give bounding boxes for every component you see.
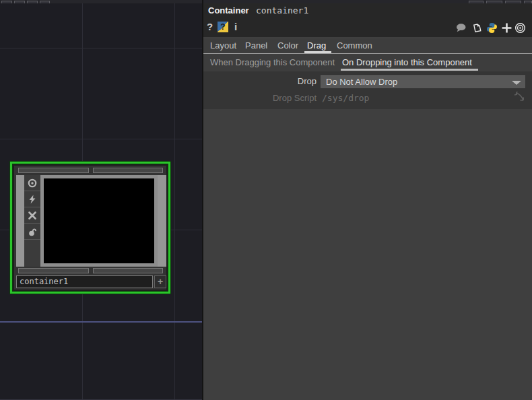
- chevron-down-icon: [512, 81, 521, 85]
- node-top-connector[interactable]: [93, 168, 163, 173]
- comment-icon[interactable]: [455, 22, 467, 34]
- viewer-active-flag-icon[interactable]: [24, 191, 40, 207]
- viewer-flag-icon[interactable]: [24, 175, 40, 191]
- grid-line: [0, 48, 202, 48]
- copy-parameters-icon[interactable]: [471, 22, 483, 34]
- drop-dropdown-value: Do Not Allow Drop: [326, 77, 397, 87]
- node-bottom-connector[interactable]: [18, 268, 89, 273]
- grid-line: [174, 3, 175, 400]
- node-right-strip[interactable]: [158, 175, 166, 267]
- node-name-field[interactable]: container1: [16, 275, 153, 288]
- tab-panel[interactable]: Panel: [245, 40, 267, 51]
- tab-color[interactable]: Color: [277, 40, 298, 51]
- node-container1[interactable]: container1 +: [14, 166, 166, 290]
- parameter-empty-area: [203, 109, 532, 400]
- grid-line: [0, 139, 202, 139]
- node-selection-border: container1 +: [10, 162, 170, 294]
- tab-drag[interactable]: Drag: [307, 40, 326, 51]
- op-type-label[interactable]: Container: [208, 5, 249, 15]
- parameter-rows: Drop Do Not Allow Drop Drop Script /sys/…: [203, 71, 532, 109]
- drop-script-value: /sys/drop: [322, 93, 369, 103]
- drag-subtab-bar: When Dragging this Component On Dropping…: [203, 54, 532, 71]
- parameter-header: Container container1 ? ? i: [203, 3, 532, 37]
- node-add-button[interactable]: +: [154, 275, 166, 288]
- node-viewer[interactable]: [40, 175, 158, 267]
- close-icon[interactable]: [24, 207, 40, 224]
- subtab-on-dropping[interactable]: On Dropping into this Component: [342, 57, 472, 67]
- op-name-field[interactable]: container1: [256, 5, 308, 15]
- info-icon[interactable]: i: [234, 21, 237, 32]
- help-icon[interactable]: ?: [207, 21, 213, 32]
- script-reference-icon[interactable]: [510, 89, 527, 105]
- active-tab-underline: [304, 51, 331, 53]
- python-icon[interactable]: [486, 22, 498, 34]
- node-left-strip[interactable]: [16, 175, 24, 267]
- subtab-when-dragging[interactable]: When Dragging this Component: [210, 57, 335, 67]
- parameter-panel: Container container1 ? ? i Layout Pa: [203, 3, 532, 400]
- guide-line: [0, 321, 202, 323]
- param-label-drop: Drop: [203, 76, 317, 86]
- active-subtab-underline: [341, 69, 478, 71]
- tab-common[interactable]: Common: [337, 40, 372, 51]
- node-name-row: container1 +: [14, 275, 166, 288]
- lock-icon[interactable]: [24, 224, 40, 240]
- target-icon[interactable]: [514, 22, 526, 34]
- param-label-drop-script: Drop Script: [203, 93, 317, 103]
- node-bottom-connector[interactable]: [93, 268, 163, 273]
- network-editor[interactable]: container1 +: [0, 3, 202, 400]
- parameter-tab-bar: Layout Panel Color Drag Common: [203, 38, 532, 54]
- node-top-connector[interactable]: [18, 168, 89, 173]
- tab-layout[interactable]: Layout: [210, 40, 236, 51]
- node-flag-column: [24, 175, 40, 267]
- add-parameter-icon[interactable]: [501, 22, 512, 34]
- python-help-icon[interactable]: ?: [218, 22, 228, 32]
- drop-dropdown[interactable]: Do Not Allow Drop: [321, 75, 525, 88]
- touchdesigner-window: container1 + Container container1 ? ? i: [0, 0, 532, 400]
